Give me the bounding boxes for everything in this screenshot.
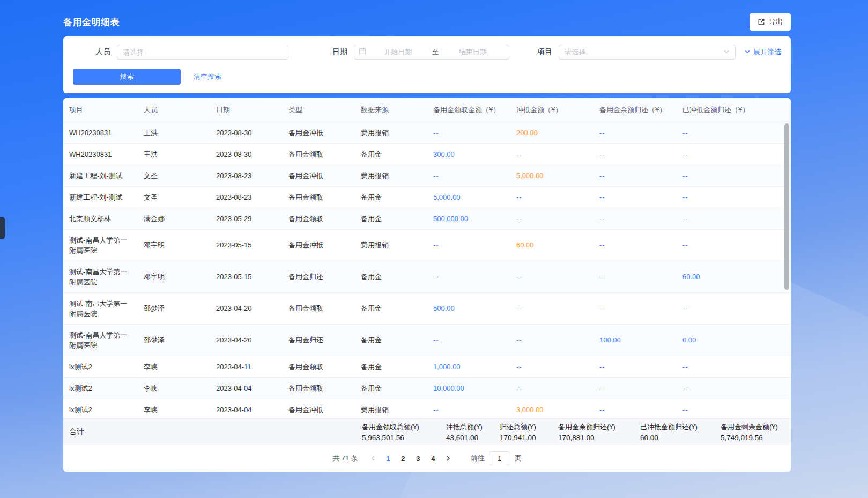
cell-balance-return: --: [593, 399, 677, 418]
cell-balance-return: 100.00: [593, 324, 677, 356]
table-body-viewport: WH20230831 王洪 2023-08-30 备用金冲抵 费用报销 -- 2…: [63, 122, 791, 418]
column-header: 类型: [283, 98, 355, 122]
cell-project: WH20230831: [63, 122, 138, 144]
cell-person: 李峡: [138, 399, 210, 418]
goto-suffix: 页: [515, 453, 522, 463]
cell-offset-return: --: [677, 377, 791, 399]
filter-row: 人员 日期 开始日期 至 结束日期: [73, 45, 781, 60]
summary-item-label: 备用金余额归还(¥): [558, 422, 640, 432]
cell-person: 邵梦泽: [138, 324, 210, 356]
side-drawer-handle[interactable]: [0, 217, 5, 239]
person-select[interactable]: [117, 45, 288, 60]
cell-balance-return: --: [593, 208, 677, 229]
table-row: 测试-南昌大学第一附属医院 邵梦泽 2023-04-20 备用金归还 备用金 -…: [63, 324, 791, 356]
cell-offset-amount: --: [510, 261, 593, 292]
table-scrollbar-thumb[interactable]: [784, 123, 789, 290]
calendar-icon: [359, 47, 366, 57]
cell-person: 文圣: [138, 165, 210, 186]
export-button[interactable]: 导出: [750, 13, 791, 31]
cell-source: 备用金: [355, 208, 427, 229]
table-row: 测试-南昌大学第一附属医院 邓宇明 2023-05-15 备用金冲抵 费用报销 …: [63, 229, 791, 261]
cell-offset-return: 0.00: [677, 324, 791, 356]
cell-balance-return: --: [593, 186, 677, 208]
column-header: 冲抵金额（¥）: [510, 98, 593, 122]
cell-date: 2023-04-20: [210, 292, 283, 324]
date-start-placeholder: 开始日期: [366, 47, 430, 57]
page-button-2[interactable]: 2: [396, 451, 411, 466]
summary-item-value: 170,881.00: [558, 434, 640, 442]
page-button-1[interactable]: 1: [381, 451, 396, 466]
cell-offset-amount: --: [510, 356, 593, 377]
cell-received-amount: 10,000.00: [427, 377, 510, 399]
pagination-total-text: 共 71 条: [332, 453, 358, 463]
cell-balance-return: --: [593, 292, 677, 324]
project-filter-label: 项目: [537, 47, 552, 57]
cell-offset-return: --: [677, 356, 791, 377]
cell-date: 2023-05-15: [210, 229, 283, 261]
main-content: 备用金明细表 导出 人员 日期: [63, 13, 791, 472]
cell-project: lx测试2: [63, 356, 138, 377]
cell-offset-amount: --: [510, 143, 593, 165]
table-row: WH20230831 王洪 2023-08-30 备用金领取 备用金 300.0…: [63, 143, 791, 165]
table-row: 新建工程-刘-测试 文圣 2023-08-23 备用金领取 备用金 5,000.…: [63, 186, 791, 208]
cell-person: 邓宇明: [138, 261, 210, 292]
cell-offset-amount: 3,000.00: [510, 399, 593, 418]
cell-person: 王洪: [138, 122, 210, 144]
summary-item: 归还总额(¥)170,941.00: [500, 422, 558, 442]
cell-offset-amount: --: [510, 377, 593, 399]
next-page-button[interactable]: [441, 451, 456, 466]
cell-source: 费用报销: [355, 229, 427, 261]
cell-date: 2023-04-04: [210, 377, 283, 399]
cell-date: 2023-04-20: [210, 324, 283, 356]
cell-type: 备用金领取: [283, 377, 355, 399]
cell-received-amount: 300.00: [427, 143, 510, 165]
cell-offset-amount: --: [510, 292, 593, 324]
cell-received-amount: --: [427, 229, 510, 261]
cell-date: 2023-05-29: [210, 208, 283, 229]
cell-balance-return: --: [593, 356, 677, 377]
project-select[interactable]: 请选择: [559, 45, 736, 60]
cell-project: lx测试2: [63, 377, 138, 399]
cell-source: 备用金: [355, 186, 427, 208]
cell-type: 备用金领取: [283, 186, 355, 208]
summary-item: 备用金领取总额(¥)5,963,501.56: [362, 422, 446, 442]
summary-items: 备用金领取总额(¥)5,963,501.56冲抵总额(¥)43,601.00归还…: [362, 422, 785, 442]
summary-item: 备用金剩余金额(¥)5,749,019.56: [721, 422, 785, 442]
clear-search-link[interactable]: 清空搜索: [194, 72, 221, 82]
export-button-label: 导出: [769, 17, 783, 27]
cell-person: 李峡: [138, 377, 210, 399]
goto-page-input[interactable]: [489, 451, 510, 465]
summary-item-value: 5,963,501.56: [362, 434, 446, 442]
column-header: 数据来源: [355, 98, 427, 122]
date-range-picker[interactable]: 开始日期 至 结束日期: [354, 45, 509, 60]
cell-project: lx测试2: [63, 399, 138, 418]
cell-balance-return: --: [593, 377, 677, 399]
cell-balance-return: --: [593, 122, 677, 144]
table-body: WH20230831 王洪 2023-08-30 备用金冲抵 费用报销 -- 2…: [63, 122, 791, 418]
goto-page: 前往 页: [471, 451, 522, 465]
cell-type: 备用金冲抵: [283, 229, 355, 261]
expand-filters-label: 展开筛选: [753, 47, 781, 57]
cell-source: 备用金: [355, 261, 427, 292]
cell-type: 备用金冲抵: [283, 165, 355, 186]
cell-type: 备用金冲抵: [283, 399, 355, 418]
page-button-4[interactable]: 4: [426, 451, 441, 466]
summary-item: 已冲抵金额归还(¥)60.00: [640, 422, 721, 442]
cell-type: 备用金归还: [283, 261, 355, 292]
cell-source: 备用金: [355, 377, 427, 399]
filter-actions: 搜索 清空搜索: [73, 69, 781, 85]
cell-person: 王洪: [138, 143, 210, 165]
cell-offset-return: --: [677, 208, 791, 229]
cell-offset-return: --: [677, 143, 791, 165]
search-button[interactable]: 搜索: [73, 69, 181, 85]
previous-page-button[interactable]: [366, 451, 381, 466]
cell-date: 2023-04-11: [210, 356, 283, 377]
export-icon: [758, 18, 765, 26]
expand-filters-link[interactable]: 展开筛选: [744, 47, 781, 57]
page-number-list: 1234: [381, 451, 441, 466]
page-button-3[interactable]: 3: [411, 451, 426, 466]
summary-item-label: 归还总额(¥): [500, 422, 558, 432]
summary-item-value: 170,941.00: [500, 434, 558, 442]
cell-person: 邓宇明: [138, 229, 210, 261]
chevron-down-icon: [723, 47, 730, 57]
